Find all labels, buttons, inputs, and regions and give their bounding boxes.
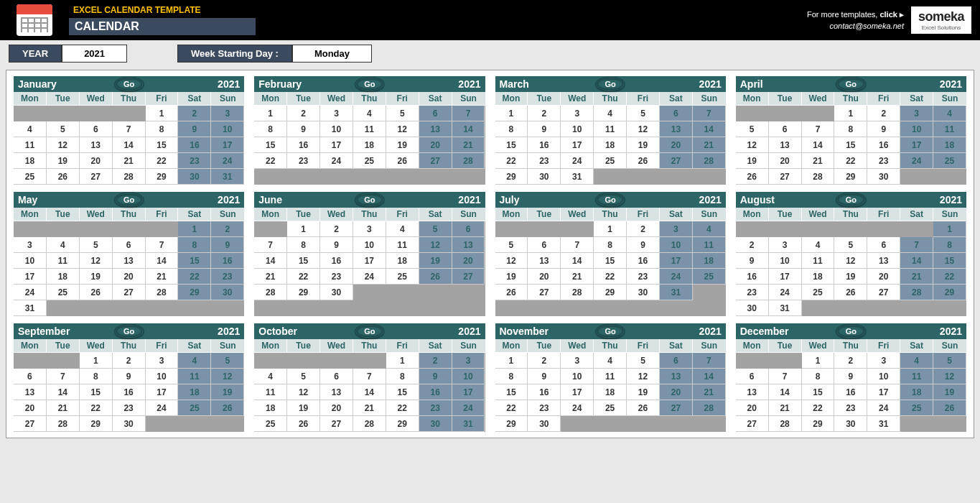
day-cell[interactable]: 8 <box>594 237 627 253</box>
day-cell[interactable]: 16 <box>178 137 211 153</box>
day-cell[interactable]: 23 <box>178 153 211 169</box>
day-cell[interactable]: 20 <box>80 153 113 169</box>
day-cell[interactable]: 15 <box>594 253 627 269</box>
day-cell[interactable]: 12 <box>287 384 320 400</box>
day-cell[interactable]: 20 <box>320 400 353 416</box>
day-cell[interactable]: 13 <box>736 384 769 400</box>
day-cell[interactable]: 7 <box>452 106 485 121</box>
day-cell[interactable]: 29 <box>802 416 835 432</box>
day-cell[interactable]: 25 <box>353 153 386 169</box>
day-cell[interactable]: 26 <box>287 416 320 432</box>
day-cell[interactable]: 30 <box>627 285 660 300</box>
day-cell[interactable]: 10 <box>769 253 802 269</box>
day-cell[interactable]: 19 <box>834 269 867 285</box>
day-cell[interactable]: 6 <box>113 237 146 253</box>
day-cell[interactable]: 21 <box>254 269 287 285</box>
day-cell[interactable]: 17 <box>146 384 179 400</box>
day-cell[interactable]: 22 <box>386 400 419 416</box>
day-cell[interactable]: 30 <box>867 169 900 185</box>
day-cell[interactable]: 13 <box>419 121 452 137</box>
day-cell[interactable]: 9 <box>528 369 561 384</box>
day-cell[interactable]: 14 <box>693 369 726 384</box>
day-cell[interactable]: 23 <box>867 153 900 169</box>
day-cell[interactable]: 1 <box>254 106 287 121</box>
day-cell[interactable]: 27 <box>452 269 485 285</box>
day-cell[interactable]: 15 <box>834 137 867 153</box>
day-cell[interactable]: 3 <box>900 106 933 121</box>
day-cell[interactable]: 15 <box>802 384 835 400</box>
day-cell[interactable]: 3 <box>660 221 693 237</box>
day-cell[interactable]: 1 <box>802 353 835 369</box>
day-cell[interactable]: 20 <box>419 137 452 153</box>
go-button[interactable]: Go <box>836 324 866 338</box>
day-cell[interactable]: 10 <box>561 121 594 137</box>
day-cell[interactable]: 10 <box>146 369 179 384</box>
day-cell[interactable]: 14 <box>47 384 80 400</box>
day-cell[interactable]: 2 <box>528 106 561 121</box>
day-cell[interactable]: 15 <box>495 384 528 400</box>
day-cell[interactable]: 5 <box>287 369 320 384</box>
day-cell[interactable]: 6 <box>14 369 47 384</box>
day-cell[interactable]: 12 <box>211 369 244 384</box>
day-cell[interactable]: 17 <box>353 253 386 269</box>
day-cell[interactable]: 2 <box>419 353 452 369</box>
day-cell[interactable]: 24 <box>14 285 47 300</box>
day-cell[interactable]: 4 <box>693 221 726 237</box>
day-cell[interactable]: 30 <box>528 416 561 432</box>
day-cell[interactable]: 24 <box>353 269 386 285</box>
day-cell[interactable]: 8 <box>834 121 867 137</box>
go-button[interactable]: Go <box>355 193 384 207</box>
day-cell[interactable]: 31 <box>14 300 47 316</box>
day-cell[interactable]: 9 <box>178 121 211 137</box>
day-cell[interactable]: 20 <box>528 269 561 285</box>
day-cell[interactable]: 14 <box>452 121 485 137</box>
day-cell[interactable]: 16 <box>736 269 769 285</box>
day-cell[interactable]: 4 <box>178 353 211 369</box>
day-cell[interactable]: 8 <box>386 369 419 384</box>
go-button[interactable]: Go <box>114 324 144 338</box>
day-cell[interactable]: 9 <box>419 369 452 384</box>
day-cell[interactable]: 22 <box>146 153 179 169</box>
day-cell[interactable]: 28 <box>769 416 802 432</box>
day-cell[interactable]: 28 <box>693 400 726 416</box>
day-cell[interactable]: 19 <box>627 384 660 400</box>
day-cell[interactable]: 7 <box>254 237 287 253</box>
day-cell[interactable]: 20 <box>769 153 802 169</box>
day-cell[interactable]: 12 <box>495 253 528 269</box>
day-cell[interactable]: 1 <box>495 353 528 369</box>
day-cell[interactable]: 10 <box>320 121 353 137</box>
day-cell[interactable]: 2 <box>528 353 561 369</box>
day-cell[interactable]: 24 <box>561 153 594 169</box>
day-cell[interactable]: 18 <box>386 253 419 269</box>
day-cell[interactable]: 27 <box>80 169 113 185</box>
day-cell[interactable]: 21 <box>561 269 594 285</box>
day-cell[interactable]: 31 <box>867 416 900 432</box>
day-cell[interactable]: 15 <box>495 137 528 153</box>
day-cell[interactable]: 23 <box>320 269 353 285</box>
day-cell[interactable]: 29 <box>386 416 419 432</box>
day-cell[interactable]: 26 <box>47 169 80 185</box>
day-cell[interactable]: 12 <box>419 237 452 253</box>
day-cell[interactable]: 25 <box>594 153 627 169</box>
day-cell[interactable]: 25 <box>14 169 47 185</box>
day-cell[interactable]: 24 <box>211 153 244 169</box>
day-cell[interactable]: 25 <box>802 285 835 300</box>
day-cell[interactable]: 23 <box>419 400 452 416</box>
day-cell[interactable]: 5 <box>933 353 966 369</box>
day-cell[interactable]: 22 <box>287 269 320 285</box>
day-cell[interactable]: 13 <box>80 137 113 153</box>
day-cell[interactable]: 4 <box>802 237 835 253</box>
day-cell[interactable]: 3 <box>769 237 802 253</box>
day-cell[interactable]: 16 <box>287 137 320 153</box>
day-cell[interactable]: 6 <box>452 221 485 237</box>
day-cell[interactable]: 20 <box>660 384 693 400</box>
day-cell[interactable]: 25 <box>254 416 287 432</box>
day-cell[interactable]: 20 <box>113 269 146 285</box>
day-cell[interactable]: 1 <box>386 353 419 369</box>
day-cell[interactable]: 10 <box>660 237 693 253</box>
day-cell[interactable]: 10 <box>867 369 900 384</box>
day-cell[interactable]: 11 <box>900 369 933 384</box>
day-cell[interactable]: 17 <box>561 137 594 153</box>
day-cell[interactable]: 16 <box>320 253 353 269</box>
day-cell[interactable]: 6 <box>867 237 900 253</box>
